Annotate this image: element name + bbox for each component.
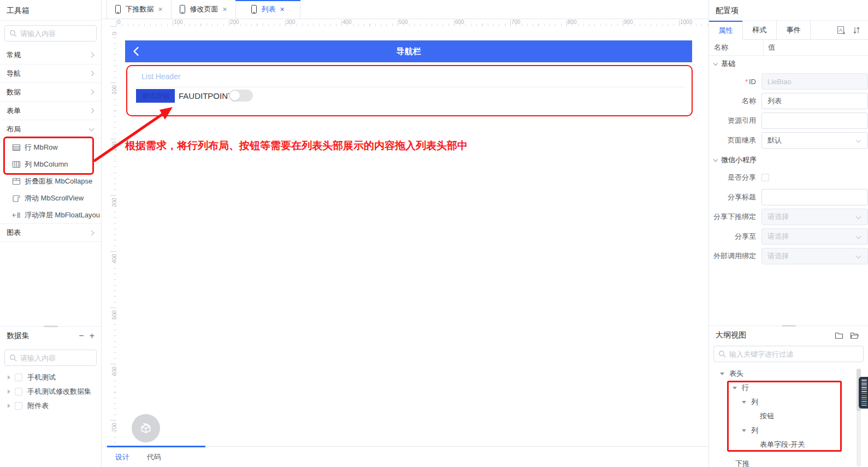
outline-tree: 表头 行 列 按钮 列 表单字段-开关 下推 [709,366,868,467]
dataset-checkbox[interactable] [15,402,22,410]
dataset-checkbox[interactable] [15,374,22,381]
collapse-caret-icon[interactable] [742,429,746,432]
collapse-caret-icon[interactable] [733,387,737,389]
panel-drag-handle[interactable] [44,326,58,327]
mobile-page-canvas[interactable]: 导航栏 List Header 测试按钮 FAUDITPOINT 根据需求，将行… [116,26,705,446]
dataset-search[interactable] [4,350,97,366]
collapse-icon [12,177,21,186]
expand-caret-icon[interactable] [8,404,10,408]
chevron-down-icon [713,157,718,161]
dataset-item[interactable]: 附件表 [0,399,101,413]
collapse-all-folder-icon[interactable] [835,332,843,340]
property-row-share: 是否分享 [709,169,868,186]
section-wechat[interactable]: 微信小程序 [709,152,868,168]
property-row-resource: 资源引用 [709,113,868,129]
page-inherit-select[interactable]: 默认 [761,132,868,149]
config-panel: 配置项 属性 样式 事件 A 名称 值 基础 *ID LieBiao 名称 列表… [708,0,868,467]
collapse-caret-icon[interactable] [720,373,724,375]
dataset-search-input[interactable] [20,354,92,362]
dataset-add-button[interactable]: + [90,332,95,340]
tool-item-mbcolumn[interactable]: 列 MbColumn [0,156,101,173]
toolbox-category-daohang[interactable]: 导航 [0,64,101,83]
config-tab-properties[interactable]: 属性 [709,21,743,40]
svg-text:A: A [839,27,842,33]
dataset-item[interactable]: 手机测试 [0,370,101,385]
test-button[interactable]: 测试按钮 [136,89,175,103]
outline-search[interactable] [713,346,864,362]
add-field-icon[interactable]: A [837,26,846,35]
name-field[interactable]: 列表 [761,93,868,109]
tool-item-mbfloatlayout[interactable]: 浮动弹层 MbFloatLayou [0,206,101,223]
active-tab-indicator [107,446,205,447]
external-binding-select[interactable]: 请选择 [761,248,868,264]
toolbox-category-changgui[interactable]: 常规 [0,46,101,64]
chevron-down-icon [713,61,718,65]
toolbox-category-shuju[interactable]: 数据 [0,83,101,102]
tree-node-pushdown[interactable]: 下推 [709,457,868,467]
tree-node-switch-field[interactable]: 表单字段-开关 [709,438,868,452]
property-row-share-title: 分享标题 [709,189,868,205]
property-row-id: *ID LieBiao [709,73,868,90]
share-pushdown-select[interactable]: 请选择 [761,209,868,225]
expand-caret-icon[interactable] [8,375,10,380]
tab-xiugaiyemian[interactable]: 修改页面× [171,0,236,19]
resource-field[interactable] [761,113,868,129]
tab-liebiao[interactable]: 列表× [235,0,300,19]
tab-xiatuishuju[interactable]: 下推数据× [107,0,172,19]
toolbox-category-biaodan[interactable]: 表单 [0,102,101,120]
toggle-knob [230,91,240,101]
chevron-right-icon [89,90,95,95]
close-icon[interactable]: × [158,5,162,14]
search-icon [9,354,17,362]
close-icon[interactable]: × [222,5,227,14]
panel-drag-handle[interactable] [782,325,796,327]
expand-all-folder-icon[interactable] [850,332,859,340]
tree-node-row[interactable]: 行 [709,381,868,395]
section-basic[interactable]: 基础 [709,56,868,72]
floatlayout-icon [12,211,21,220]
tree-node-button[interactable]: 按钮 [709,409,868,423]
search-icon [9,29,17,37]
row-icon [12,143,21,152]
component-cube-button[interactable] [132,414,160,442]
config-tab-style[interactable]: 样式 [743,21,777,40]
share-title-field[interactable] [761,189,868,205]
close-icon[interactable]: × [280,5,284,14]
phone-icon [180,5,185,14]
share-to-select[interactable]: 请选择 [761,228,868,245]
mobile-navbar[interactable]: 导航栏 [125,40,692,62]
scrollview-icon [12,194,21,203]
tool-item-mbscrollview[interactable]: 滑动 MbScrollView [0,190,101,206]
tree-node-column[interactable]: 列 [709,395,868,409]
config-tab-events[interactable]: 事件 [777,21,811,40]
tool-item-mbcollapse[interactable]: 折叠面板 MbCollapse [0,173,101,190]
expand-caret-icon[interactable] [8,389,10,394]
toolbox-search[interactable] [4,25,97,42]
id-field[interactable]: LieBiao [761,73,868,90]
dataset-title: 数据集 [7,331,29,341]
collapse-caret-icon[interactable] [742,401,746,404]
property-row-inherit: 页面继承 默认 [709,132,868,149]
tool-item-mbrow[interactable]: 行 MbRow [0,139,101,156]
chevron-right-icon [89,108,95,114]
document-tabbar: 下推数据× 修改页面× 列表× [102,0,708,19]
editor-mode-bar: 设计 代码 [102,446,708,467]
toolbox-search-input[interactable] [20,29,92,38]
back-chevron-icon[interactable] [133,46,139,56]
sort-icon[interactable] [853,26,860,34]
dataset-checkbox[interactable] [15,388,22,395]
tree-node-header[interactable]: 表头 [709,366,868,381]
tree-node-column[interactable]: 列 [709,423,868,438]
dataset-remove-button[interactable]: − [79,332,84,340]
mode-tab-code[interactable]: 代码 [147,452,161,462]
minimap-widget[interactable] [859,377,868,409]
dataset-panel: 数据集 − + 手机测试 手机测试修改数据集 附件表 [0,326,101,413]
design-canvas: 下推数据× 修改页面× 列表× 0 100 200 300 400 500 60… [102,0,708,467]
share-checkbox[interactable] [761,174,769,181]
switch-toggle[interactable] [229,90,253,102]
outline-search-input[interactable] [729,350,859,358]
toolbox-category-buju[interactable]: 布局 [0,120,101,139]
toolbox-category-tubiao[interactable]: 图表 [0,223,101,242]
mode-tab-design[interactable]: 设计 [115,452,129,462]
dataset-item[interactable]: 手机测试修改数据集 [0,385,101,399]
